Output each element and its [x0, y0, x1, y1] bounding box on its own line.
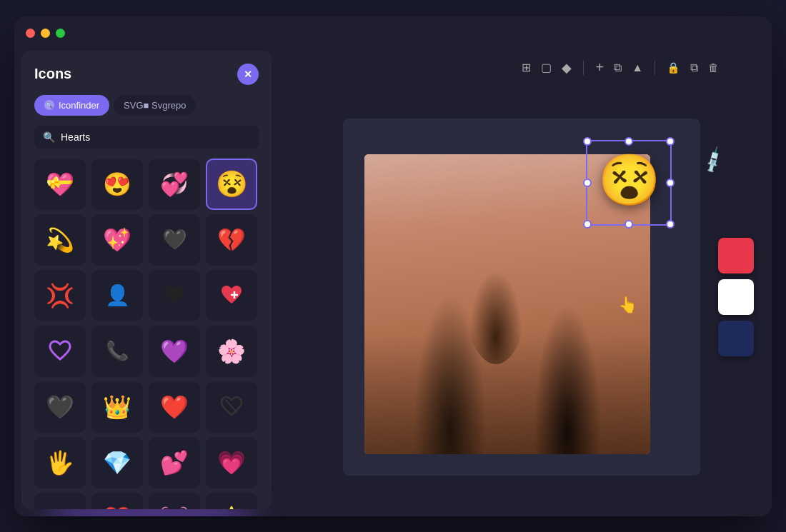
icon-cell[interactable]: 💢: [34, 270, 86, 321]
toolbar-divider-2: [655, 61, 655, 75]
toolbar-group-actions: 🔒 ⧉ 🗑: [664, 59, 722, 77]
icon-cell[interactable]: 💕: [149, 437, 200, 488]
close-button[interactable]: [26, 29, 35, 38]
toolbar-group-edit: + ⧉ ▲: [592, 56, 646, 79]
handle-top-right[interactable]: [666, 137, 675, 146]
icon-cell[interactable]: 👤: [91, 270, 143, 321]
panel-header: Icons ✕: [34, 64, 259, 85]
handle-middle-left[interactable]: [583, 179, 592, 187]
tab-svgrepo[interactable]: SVG■ Svgrepo: [114, 95, 196, 116]
icon-cell[interactable]: 😍: [91, 159, 143, 210]
icon-cell[interactable]: ❤️: [91, 493, 143, 509]
add-button[interactable]: +: [592, 56, 607, 79]
canvas-container: 😵 💉: [279, 85, 765, 509]
search-input[interactable]: [61, 131, 250, 143]
icon-cell[interactable]: 🖤: [34, 381, 86, 433]
copy-button[interactable]: ⧉: [687, 59, 701, 77]
iconfinder-icon: 🔍: [44, 100, 54, 110]
icon-cell[interactable]: [206, 381, 257, 433]
selected-icon-emoji: 😵: [598, 150, 660, 209]
handle-top-left[interactable]: [583, 137, 592, 146]
drop-button[interactable]: ◆: [559, 57, 574, 79]
selected-icon-container[interactable]: 😵: [579, 133, 679, 233]
icon-cell-selected[interactable]: 😵: [206, 159, 257, 210]
main-area: ⊞ ▢ ◆ + ⧉ ▲ 🔒 ⧉ 🗑: [279, 51, 772, 516]
icon-cell[interactable]: 🖤: [149, 214, 200, 266]
canvas: 😵: [343, 119, 700, 476]
search-icon: 🔍: [43, 131, 55, 143]
grid-button[interactable]: ⊞: [519, 58, 534, 77]
handle-bottom-left[interactable]: [583, 220, 592, 229]
eyedropper-tool[interactable]: 💉: [698, 145, 729, 176]
icon-cell[interactable]: 📞: [91, 326, 143, 377]
icon-cell[interactable]: 🌸: [206, 326, 257, 377]
close-panel-button[interactable]: ✕: [237, 64, 259, 85]
tab-svgrepo-label: SVG■ Svgrepo: [124, 100, 186, 111]
toolbar-group-view: ⊞ ▢ ◆: [519, 57, 574, 79]
color-swatch-red[interactable]: [718, 238, 754, 273]
content: Icons ✕ 🔍 Iconfinder SVG■ Svgrepo 🔍: [14, 51, 772, 516]
icon-cell[interactable]: ❤️: [149, 381, 200, 433]
handle-middle-right[interactable]: [666, 179, 675, 187]
icons-panel: Icons ✕ 🔍 Iconfinder SVG■ Svgrepo 🔍: [21, 51, 272, 509]
icon-cell[interactable]: [206, 270, 257, 321]
titlebar: [14, 16, 772, 51]
toolbar: ⊞ ▢ ◆ + ⧉ ▲ 🔒 ⧉ 🗑: [279, 51, 765, 85]
icon-cell[interactable]: 💫: [34, 214, 86, 266]
handle-bottom-center[interactable]: [625, 220, 633, 229]
app-window: Icons ✕ 🔍 Iconfinder SVG■ Svgrepo 🔍: [14, 16, 772, 516]
icon-cell[interactable]: 💓: [149, 493, 200, 509]
maximize-button[interactable]: [56, 29, 65, 38]
cursor-indicator: 👆: [618, 296, 637, 498]
icon-cell[interactable]: 💗: [206, 437, 257, 488]
tab-iconfinder-label: Iconfinder: [59, 100, 99, 111]
source-tabs: 🔍 Iconfinder SVG■ Svgrepo: [34, 95, 259, 116]
icon-cell[interactable]: 💝: [34, 159, 86, 210]
handle-top-center[interactable]: [625, 137, 633, 146]
icon-cell[interactable]: 🌟: [206, 493, 257, 509]
color-palette: [718, 238, 754, 356]
traffic-lights: [26, 29, 65, 38]
search-container: 🔍: [34, 126, 259, 149]
icon-cell[interactable]: 💞: [149, 159, 200, 210]
icon-cell[interactable]: 🖐️: [34, 437, 86, 488]
minimize-button[interactable]: [41, 29, 50, 38]
icon-cell[interactable]: [149, 270, 200, 321]
triangle-button[interactable]: ▲: [629, 59, 646, 77]
icon-cell[interactable]: 🟨: [34, 493, 86, 509]
icon-cell[interactable]: 💖: [91, 214, 143, 266]
color-swatch-navy[interactable]: [718, 321, 754, 356]
square-button[interactable]: ▢: [538, 58, 554, 77]
panel-title: Icons: [34, 66, 71, 82]
icons-grid: 💝 😍 💞 😵 💫 💖 🖤 💔 💢 👤: [34, 159, 259, 509]
icon-cell[interactable]: [34, 326, 86, 377]
handle-bottom-right[interactable]: [666, 220, 675, 229]
icon-cell[interactable]: 👑: [91, 381, 143, 433]
icon-cell[interactable]: 💎: [91, 437, 143, 488]
delete-button[interactable]: 🗑: [705, 59, 722, 76]
toolbar-divider: [583, 61, 584, 75]
color-swatch-white[interactable]: [718, 279, 754, 315]
lock-button[interactable]: 🔒: [664, 59, 683, 77]
tab-iconfinder[interactable]: 🔍 Iconfinder: [34, 95, 109, 116]
layers-button[interactable]: ⧉: [611, 59, 625, 77]
icon-cell[interactable]: 💜: [149, 326, 200, 377]
icon-cell[interactable]: 💔: [206, 214, 257, 266]
